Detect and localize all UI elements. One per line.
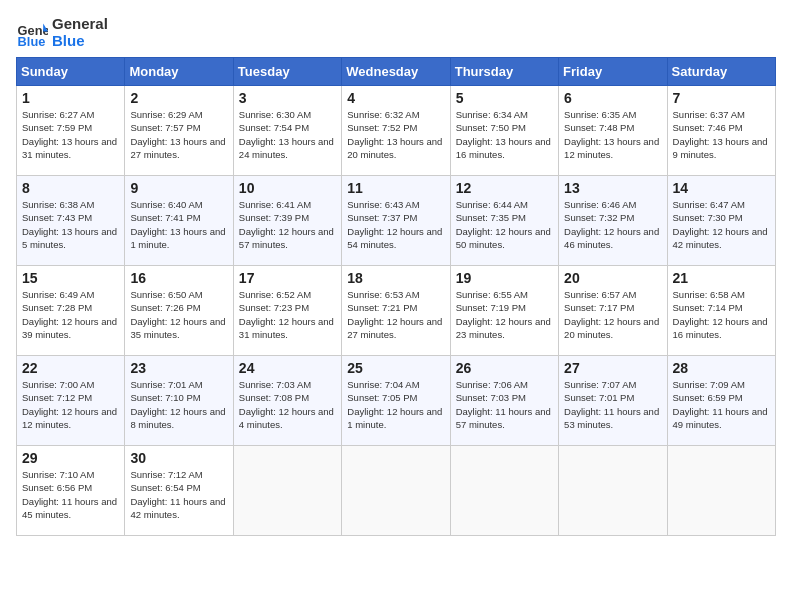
day-info: Sunrise: 6:58 AMSunset: 7:14 PMDaylight:… bbox=[673, 289, 768, 340]
day-info: Sunrise: 7:07 AMSunset: 7:01 PMDaylight:… bbox=[564, 379, 659, 430]
header-friday: Friday bbox=[559, 58, 667, 86]
day-number: 3 bbox=[239, 90, 336, 106]
day-number: 20 bbox=[564, 270, 661, 286]
day-info: Sunrise: 6:32 AMSunset: 7:52 PMDaylight:… bbox=[347, 109, 442, 160]
day-info: Sunrise: 6:38 AMSunset: 7:43 PMDaylight:… bbox=[22, 199, 117, 250]
day-info: Sunrise: 6:40 AMSunset: 7:41 PMDaylight:… bbox=[130, 199, 225, 250]
day-info: Sunrise: 6:34 AMSunset: 7:50 PMDaylight:… bbox=[456, 109, 551, 160]
calendar-cell bbox=[342, 446, 450, 536]
header-wednesday: Wednesday bbox=[342, 58, 450, 86]
week-row-4: 22 Sunrise: 7:00 AMSunset: 7:12 PMDaylig… bbox=[17, 356, 776, 446]
logo-text-general: General bbox=[52, 16, 108, 33]
header-thursday: Thursday bbox=[450, 58, 558, 86]
day-info: Sunrise: 6:43 AMSunset: 7:37 PMDaylight:… bbox=[347, 199, 442, 250]
day-number: 15 bbox=[22, 270, 119, 286]
day-info: Sunrise: 7:03 AMSunset: 7:08 PMDaylight:… bbox=[239, 379, 334, 430]
calendar-cell: 9 Sunrise: 6:40 AMSunset: 7:41 PMDayligh… bbox=[125, 176, 233, 266]
day-info: Sunrise: 7:00 AMSunset: 7:12 PMDaylight:… bbox=[22, 379, 117, 430]
calendar-cell: 14 Sunrise: 6:47 AMSunset: 7:30 PMDaylig… bbox=[667, 176, 775, 266]
day-number: 29 bbox=[22, 450, 119, 466]
day-number: 25 bbox=[347, 360, 444, 376]
calendar-cell: 24 Sunrise: 7:03 AMSunset: 7:08 PMDaylig… bbox=[233, 356, 341, 446]
week-row-2: 8 Sunrise: 6:38 AMSunset: 7:43 PMDayligh… bbox=[17, 176, 776, 266]
day-info: Sunrise: 6:47 AMSunset: 7:30 PMDaylight:… bbox=[673, 199, 768, 250]
day-info: Sunrise: 6:29 AMSunset: 7:57 PMDaylight:… bbox=[130, 109, 225, 160]
day-number: 28 bbox=[673, 360, 770, 376]
calendar-cell: 8 Sunrise: 6:38 AMSunset: 7:43 PMDayligh… bbox=[17, 176, 125, 266]
calendar-cell: 4 Sunrise: 6:32 AMSunset: 7:52 PMDayligh… bbox=[342, 86, 450, 176]
calendar-table: SundayMondayTuesdayWednesdayThursdayFrid… bbox=[16, 57, 776, 536]
header-tuesday: Tuesday bbox=[233, 58, 341, 86]
page-header: General Blue General Blue bbox=[16, 16, 776, 49]
day-info: Sunrise: 6:55 AMSunset: 7:19 PMDaylight:… bbox=[456, 289, 551, 340]
logo-text-blue: Blue bbox=[52, 33, 108, 50]
calendar-cell: 3 Sunrise: 6:30 AMSunset: 7:54 PMDayligh… bbox=[233, 86, 341, 176]
calendar-cell: 27 Sunrise: 7:07 AMSunset: 7:01 PMDaylig… bbox=[559, 356, 667, 446]
day-info: Sunrise: 6:46 AMSunset: 7:32 PMDaylight:… bbox=[564, 199, 659, 250]
calendar-cell bbox=[559, 446, 667, 536]
day-info: Sunrise: 6:35 AMSunset: 7:48 PMDaylight:… bbox=[564, 109, 659, 160]
calendar-cell bbox=[450, 446, 558, 536]
day-info: Sunrise: 6:50 AMSunset: 7:26 PMDaylight:… bbox=[130, 289, 225, 340]
calendar-cell: 16 Sunrise: 6:50 AMSunset: 7:26 PMDaylig… bbox=[125, 266, 233, 356]
day-number: 21 bbox=[673, 270, 770, 286]
day-info: Sunrise: 7:10 AMSunset: 6:56 PMDaylight:… bbox=[22, 469, 117, 520]
day-info: Sunrise: 7:01 AMSunset: 7:10 PMDaylight:… bbox=[130, 379, 225, 430]
day-info: Sunrise: 6:37 AMSunset: 7:46 PMDaylight:… bbox=[673, 109, 768, 160]
calendar-cell: 2 Sunrise: 6:29 AMSunset: 7:57 PMDayligh… bbox=[125, 86, 233, 176]
calendar-cell bbox=[233, 446, 341, 536]
week-row-5: 29 Sunrise: 7:10 AMSunset: 6:56 PMDaylig… bbox=[17, 446, 776, 536]
calendar-cell: 29 Sunrise: 7:10 AMSunset: 6:56 PMDaylig… bbox=[17, 446, 125, 536]
calendar-cell: 10 Sunrise: 6:41 AMSunset: 7:39 PMDaylig… bbox=[233, 176, 341, 266]
day-number: 4 bbox=[347, 90, 444, 106]
day-info: Sunrise: 7:09 AMSunset: 6:59 PMDaylight:… bbox=[673, 379, 768, 430]
day-info: Sunrise: 6:27 AMSunset: 7:59 PMDaylight:… bbox=[22, 109, 117, 160]
day-number: 2 bbox=[130, 90, 227, 106]
day-number: 10 bbox=[239, 180, 336, 196]
header-monday: Monday bbox=[125, 58, 233, 86]
day-info: Sunrise: 7:06 AMSunset: 7:03 PMDaylight:… bbox=[456, 379, 551, 430]
day-number: 6 bbox=[564, 90, 661, 106]
day-number: 22 bbox=[22, 360, 119, 376]
calendar-cell: 28 Sunrise: 7:09 AMSunset: 6:59 PMDaylig… bbox=[667, 356, 775, 446]
calendar-cell: 13 Sunrise: 6:46 AMSunset: 7:32 PMDaylig… bbox=[559, 176, 667, 266]
day-number: 27 bbox=[564, 360, 661, 376]
svg-text:Blue: Blue bbox=[18, 33, 46, 48]
calendar-cell: 15 Sunrise: 6:49 AMSunset: 7:28 PMDaylig… bbox=[17, 266, 125, 356]
header-sunday: Sunday bbox=[17, 58, 125, 86]
logo: General Blue General Blue bbox=[16, 16, 108, 49]
day-number: 19 bbox=[456, 270, 553, 286]
calendar-cell: 12 Sunrise: 6:44 AMSunset: 7:35 PMDaylig… bbox=[450, 176, 558, 266]
day-number: 5 bbox=[456, 90, 553, 106]
day-number: 1 bbox=[22, 90, 119, 106]
day-number: 23 bbox=[130, 360, 227, 376]
day-number: 18 bbox=[347, 270, 444, 286]
calendar-cell: 23 Sunrise: 7:01 AMSunset: 7:10 PMDaylig… bbox=[125, 356, 233, 446]
day-number: 8 bbox=[22, 180, 119, 196]
calendar-cell: 25 Sunrise: 7:04 AMSunset: 7:05 PMDaylig… bbox=[342, 356, 450, 446]
calendar-cell: 17 Sunrise: 6:52 AMSunset: 7:23 PMDaylig… bbox=[233, 266, 341, 356]
day-number: 24 bbox=[239, 360, 336, 376]
day-info: Sunrise: 6:53 AMSunset: 7:21 PMDaylight:… bbox=[347, 289, 442, 340]
day-info: Sunrise: 7:12 AMSunset: 6:54 PMDaylight:… bbox=[130, 469, 225, 520]
day-number: 14 bbox=[673, 180, 770, 196]
day-number: 17 bbox=[239, 270, 336, 286]
calendar-cell: 21 Sunrise: 6:58 AMSunset: 7:14 PMDaylig… bbox=[667, 266, 775, 356]
calendar-cell: 26 Sunrise: 7:06 AMSunset: 7:03 PMDaylig… bbox=[450, 356, 558, 446]
day-number: 9 bbox=[130, 180, 227, 196]
calendar-cell: 5 Sunrise: 6:34 AMSunset: 7:50 PMDayligh… bbox=[450, 86, 558, 176]
day-info: Sunrise: 6:57 AMSunset: 7:17 PMDaylight:… bbox=[564, 289, 659, 340]
day-number: 30 bbox=[130, 450, 227, 466]
calendar-cell bbox=[667, 446, 775, 536]
day-info: Sunrise: 6:52 AMSunset: 7:23 PMDaylight:… bbox=[239, 289, 334, 340]
week-row-1: 1 Sunrise: 6:27 AMSunset: 7:59 PMDayligh… bbox=[17, 86, 776, 176]
day-info: Sunrise: 6:41 AMSunset: 7:39 PMDaylight:… bbox=[239, 199, 334, 250]
day-info: Sunrise: 6:30 AMSunset: 7:54 PMDaylight:… bbox=[239, 109, 334, 160]
day-number: 26 bbox=[456, 360, 553, 376]
calendar-body: 1 Sunrise: 6:27 AMSunset: 7:59 PMDayligh… bbox=[17, 86, 776, 536]
day-info: Sunrise: 6:49 AMSunset: 7:28 PMDaylight:… bbox=[22, 289, 117, 340]
calendar-cell: 6 Sunrise: 6:35 AMSunset: 7:48 PMDayligh… bbox=[559, 86, 667, 176]
calendar-cell: 22 Sunrise: 7:00 AMSunset: 7:12 PMDaylig… bbox=[17, 356, 125, 446]
day-number: 12 bbox=[456, 180, 553, 196]
header-row: SundayMondayTuesdayWednesdayThursdayFrid… bbox=[17, 58, 776, 86]
